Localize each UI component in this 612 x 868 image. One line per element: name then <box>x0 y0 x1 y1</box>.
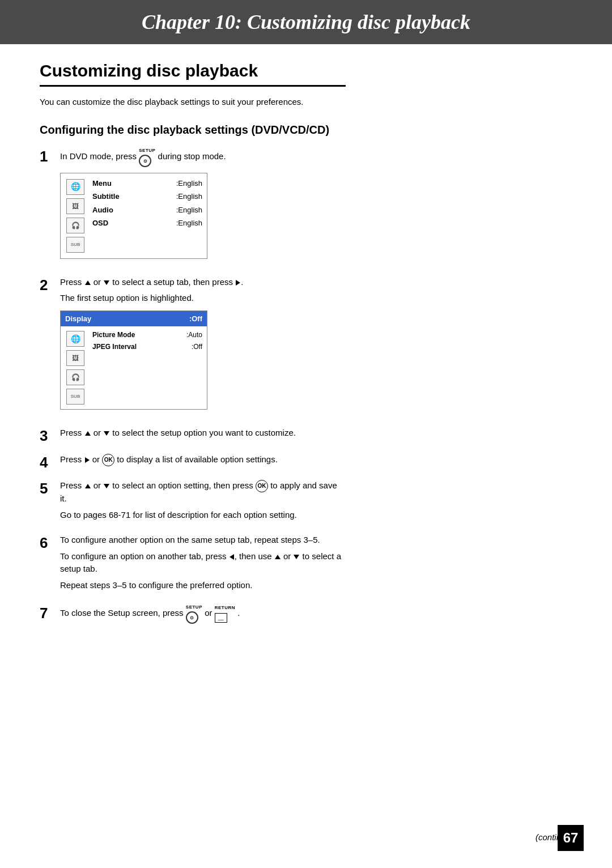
step-number-3: 3 <box>40 428 60 444</box>
arrow-up-icon-5 <box>85 484 91 488</box>
setup-button-icon-7: ⊙ <box>186 611 198 624</box>
arrow-down-icon-5 <box>104 484 109 488</box>
arrow-down-icon <box>104 280 109 285</box>
step-3-text: Press or to select the setup option you … <box>60 427 346 440</box>
step-content-4: Press or OK to display a list of availab… <box>60 453 346 470</box>
menu-row-audio: Audio :English <box>92 205 202 216</box>
setup-button-icon: ⊙ <box>139 155 151 167</box>
step-number-1: 1 <box>40 148 60 165</box>
menu-body-1: 🌐 🖼 🎧 SUB Menu :English Subtitle <box>61 173 207 258</box>
step-number-4: 4 <box>40 454 60 471</box>
arrow-up-icon-3 <box>85 431 91 436</box>
menu-icon-headphone: 🎧 <box>66 218 84 233</box>
step-number-5: 5 <box>40 480 60 497</box>
main-content: Customizing disc playback You can custom… <box>0 44 385 682</box>
arrow-down-icon-6 <box>294 555 299 559</box>
step-content-7: To close the Setup screen, press SETUP ⊙… <box>60 604 346 627</box>
step-5-subtext: Go to pages 68-71 for list of descriptio… <box>60 509 346 522</box>
step-content-5: Press or to select an option setting, th… <box>60 479 346 525</box>
step-7: 7 To close the Setup screen, press SETUP… <box>40 604 346 627</box>
display-value: :Off <box>189 313 202 325</box>
menu-icon-headphone-2: 🎧 <box>66 369 84 385</box>
step-1: 1 In DVD mode, press SETUP ⊙ during stop… <box>40 147 346 267</box>
return-button-icon-7: __ <box>215 613 227 623</box>
menu-screenshot-1: 🌐 🖼 🎧 SUB Menu :English Subtitle <box>60 173 207 259</box>
menu-icon-subtitle: SUB <box>66 237 84 253</box>
step-6-text-3: Repeat steps 3–5 to configure the prefer… <box>60 579 346 592</box>
menu-text-col-2: Picture Mode :Auto JPEG Interval :Off <box>92 330 202 406</box>
arrow-down-icon-3 <box>104 431 109 436</box>
arrow-right-icon-4 <box>85 457 90 463</box>
menu-icon-globe-2: 🌐 <box>66 331 84 347</box>
menu-row-subtitle: Subtitle :English <box>92 191 202 202</box>
step-2: 2 Press or to select a setup tab, then p… <box>40 276 346 418</box>
step-content-6: To configure another option on the same … <box>60 534 346 595</box>
menu-highlight-row: Display :Off <box>61 311 207 327</box>
menu-icon-subtitle-2: SUB <box>66 389 84 405</box>
step-5-text: Press or to select an option setting, th… <box>60 479 346 505</box>
step-3: 3 Press or to select the setup option yo… <box>40 427 346 444</box>
step-content-1: In DVD mode, press SETUP ⊙ during stop m… <box>60 147 346 267</box>
step-4-text: Press or OK to display a list of availab… <box>60 453 346 466</box>
step-content-3: Press or to select the setup option you … <box>60 427 346 443</box>
menu-row-menu: Menu :English <box>92 178 202 189</box>
step-1-text: In DVD mode, press SETUP ⊙ during stop m… <box>60 147 346 167</box>
chapter-header: Chapter 10: Customizing disc playback <box>0 0 612 44</box>
step-number-7: 7 <box>40 605 60 622</box>
arrow-up-icon-6 <box>275 555 280 559</box>
step-number-2: 2 <box>40 277 60 293</box>
step-2-subtext: The first setup option is highlighted. <box>60 292 346 305</box>
menu-row-osd: OSD :English <box>92 218 202 229</box>
display-label: Display <box>65 313 91 325</box>
menu-icons-col-2: 🌐 🖼 🎧 SUB <box>65 330 86 406</box>
menu-row-picture-mode: Picture Mode :Auto <box>92 330 202 340</box>
steps-container: 1 In DVD mode, press SETUP ⊙ during stop… <box>40 147 346 628</box>
step-content-2: Press or to select a setup tab, then pre… <box>60 276 346 418</box>
menu-screenshot-2: Display :Off 🌐 🖼 🎧 SUB Picture Mode <box>60 310 207 410</box>
arrow-right-icon <box>236 280 240 286</box>
ok-button-icon-5: OK <box>256 480 268 492</box>
step-number-6: 6 <box>40 535 60 551</box>
step-5: 5 Press or to select an option setting, … <box>40 479 346 525</box>
ok-button-icon-4: OK <box>102 454 114 466</box>
subsection-title: Configuring the disc playback settings (… <box>40 122 346 137</box>
step-7-text: To close the Setup screen, press SETUP ⊙… <box>60 604 346 624</box>
step-6: 6 To configure another option on the sam… <box>40 534 346 595</box>
chapter-title: Chapter 10: Customizing disc playback <box>23 10 589 34</box>
menu-row-jpeg-interval: JPEG Interval :Off <box>92 342 202 352</box>
arrow-up-icon <box>85 280 91 285</box>
menu-text-col: Menu :English Subtitle :English Audio :E… <box>92 178 202 254</box>
step-4: 4 Press or OK to display a list of avail… <box>40 453 346 471</box>
menu-body-2: 🌐 🖼 🎧 SUB Picture Mode :Auto JPEG In <box>61 326 207 409</box>
intro-text: You can customize the disc playback sett… <box>40 96 346 109</box>
step-2-text: Press or to select a setup tab, then pre… <box>60 276 346 289</box>
menu-icon-globe: 🌐 <box>66 179 84 195</box>
section-title: Customizing disc playback <box>40 61 346 87</box>
menu-icon-mountain-2: 🖼 <box>66 350 84 366</box>
step-6-text-2: To configure an option on another tab, p… <box>60 550 346 576</box>
arrow-left-icon-6 <box>230 554 234 560</box>
step-6-text-1: To configure another option on the same … <box>60 534 346 547</box>
page-number: 67 <box>558 825 584 851</box>
menu-icons-col: 🌐 🖼 🎧 SUB <box>65 178 86 254</box>
menu-icon-mountain: 🖼 <box>66 198 84 214</box>
